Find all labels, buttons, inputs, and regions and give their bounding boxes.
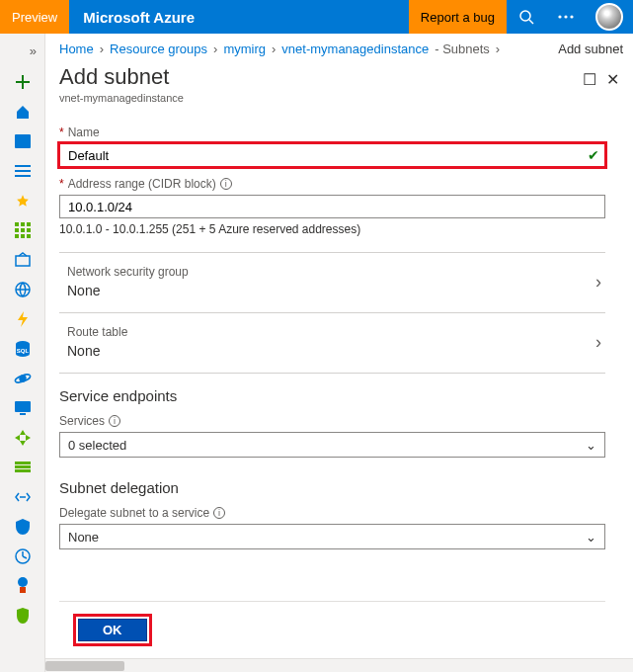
svg-rect-13 bbox=[27, 222, 31, 226]
svg-text:SQL: SQL bbox=[16, 348, 29, 354]
services-value: 0 selected bbox=[68, 438, 126, 453]
svg-rect-33 bbox=[20, 587, 26, 593]
all-services-icon[interactable] bbox=[13, 161, 33, 181]
svg-point-3 bbox=[564, 15, 567, 18]
chevron-right-icon: › bbox=[496, 42, 500, 56]
svg-rect-20 bbox=[16, 256, 30, 266]
svg-rect-18 bbox=[21, 234, 25, 238]
brand-label[interactable]: Microsoft Azure bbox=[69, 9, 208, 26]
info-icon[interactable]: i bbox=[213, 507, 225, 519]
app-services-icon[interactable] bbox=[13, 280, 33, 299]
services-select[interactable]: 0 selected ⌄ bbox=[59, 432, 605, 458]
svg-rect-30 bbox=[15, 469, 31, 472]
svg-rect-19 bbox=[27, 234, 31, 238]
crumb-vnet[interactable]: vnet-mymanagedinstance bbox=[281, 42, 429, 56]
chevron-down-icon: ⌄ bbox=[586, 530, 596, 545]
cosmos-db-icon[interactable] bbox=[13, 369, 33, 388]
delegation-select[interactable]: None ⌄ bbox=[59, 524, 605, 549]
chevron-right-icon: › bbox=[100, 42, 104, 56]
ok-button[interactable]: OK bbox=[78, 619, 147, 641]
resource-groups-icon[interactable] bbox=[13, 250, 33, 270]
load-balancers-icon[interactable] bbox=[13, 428, 33, 448]
crumb-subnets: - Subnets bbox=[435, 42, 490, 56]
collapse-rail-icon[interactable]: » bbox=[22, 40, 44, 62]
crumb-resource-groups[interactable]: Resource groups bbox=[110, 42, 207, 56]
svg-rect-28 bbox=[15, 462, 31, 464]
svg-rect-11 bbox=[15, 222, 19, 226]
crumb-home[interactable]: Home bbox=[59, 42, 94, 56]
advisor-icon[interactable] bbox=[13, 576, 33, 596]
name-input[interactable] bbox=[59, 143, 605, 167]
report-bug-button[interactable]: Report a bug bbox=[409, 0, 507, 34]
top-bar: Preview Microsoft Azure Report a bug bbox=[0, 0, 633, 34]
crumb-rg[interactable]: mymirg bbox=[223, 42, 266, 56]
home-icon[interactable] bbox=[13, 102, 33, 122]
svg-rect-12 bbox=[21, 222, 25, 226]
svg-point-0 bbox=[520, 11, 530, 21]
delegation-value: None bbox=[68, 530, 99, 545]
svg-line-1 bbox=[529, 20, 533, 24]
svg-rect-7 bbox=[15, 134, 31, 148]
virtual-machines-icon[interactable] bbox=[13, 398, 33, 418]
security-center-icon[interactable] bbox=[13, 606, 33, 626]
svg-rect-26 bbox=[15, 401, 31, 412]
check-icon: ✔ bbox=[588, 147, 599, 163]
crumb-current: Add subnet bbox=[558, 42, 623, 56]
horizontal-scrollbar[interactable] bbox=[45, 658, 633, 672]
delegation-label: Delegate subnet to a service bbox=[59, 506, 209, 520]
cidr-hint: 10.0.1.0 - 10.0.1.255 (251 + 5 Azure res… bbox=[59, 222, 605, 236]
subnet-delegation-title: Subnet delegation bbox=[59, 479, 605, 496]
name-label: Name bbox=[68, 126, 100, 139]
sql-databases-icon[interactable]: SQL bbox=[13, 339, 33, 359]
storage-accounts-icon[interactable] bbox=[13, 458, 33, 477]
svg-point-25 bbox=[20, 376, 26, 381]
chevron-right-icon: › bbox=[272, 42, 276, 56]
svg-rect-17 bbox=[15, 234, 19, 238]
more-icon[interactable] bbox=[546, 0, 586, 34]
route-label: Route table bbox=[67, 325, 127, 339]
svg-rect-15 bbox=[21, 228, 25, 232]
info-icon[interactable]: i bbox=[220, 178, 232, 190]
all-resources-icon[interactable] bbox=[13, 220, 33, 240]
azure-ad-icon[interactable] bbox=[13, 517, 33, 537]
create-resource-icon[interactable] bbox=[13, 72, 33, 92]
route-table-picker[interactable]: Route table None › bbox=[59, 317, 605, 369]
chevron-right-icon: › bbox=[595, 272, 605, 293]
svg-rect-16 bbox=[27, 228, 31, 232]
chevron-right-icon: › bbox=[595, 332, 605, 353]
favorites-icon[interactable] bbox=[13, 191, 33, 210]
nsg-value: None bbox=[67, 283, 189, 298]
breadcrumb: Home › Resource groups › mymirg › vnet-m… bbox=[45, 34, 633, 60]
page-subtitle: vnet-mymanagedinstance bbox=[59, 92, 184, 104]
svg-point-32 bbox=[18, 577, 28, 587]
services-label: Services bbox=[59, 414, 105, 428]
svg-rect-14 bbox=[15, 228, 19, 232]
page-title: Add subnet bbox=[59, 64, 184, 90]
close-icon[interactable]: ✕ bbox=[606, 70, 619, 89]
virtual-networks-icon[interactable] bbox=[13, 487, 33, 507]
search-icon[interactable] bbox=[507, 0, 546, 34]
svg-rect-27 bbox=[20, 413, 26, 415]
preview-badge: Preview bbox=[0, 0, 69, 34]
nsg-label: Network security group bbox=[67, 265, 189, 279]
svg-point-2 bbox=[558, 15, 561, 18]
function-apps-icon[interactable] bbox=[13, 309, 33, 329]
scrollbar-thumb[interactable] bbox=[45, 661, 124, 671]
nsg-picker[interactable]: Network security group None › bbox=[59, 257, 605, 308]
user-avatar[interactable] bbox=[595, 3, 623, 31]
left-rail: » SQL bbox=[0, 34, 45, 672]
svg-rect-29 bbox=[15, 465, 31, 468]
route-value: None bbox=[67, 343, 127, 359]
chevron-right-icon: › bbox=[213, 42, 217, 56]
cidr-label: Address range (CIDR block) bbox=[68, 177, 216, 191]
maximize-icon[interactable]: ☐ bbox=[583, 70, 596, 89]
chevron-down-icon: ⌄ bbox=[586, 438, 596, 453]
cidr-input[interactable] bbox=[59, 195, 605, 218]
dashboard-icon[interactable] bbox=[13, 131, 33, 151]
monitor-icon[interactable] bbox=[13, 546, 33, 566]
svg-point-4 bbox=[570, 15, 573, 18]
service-endpoints-title: Service endpoints bbox=[59, 387, 605, 404]
info-icon[interactable]: i bbox=[109, 415, 120, 427]
